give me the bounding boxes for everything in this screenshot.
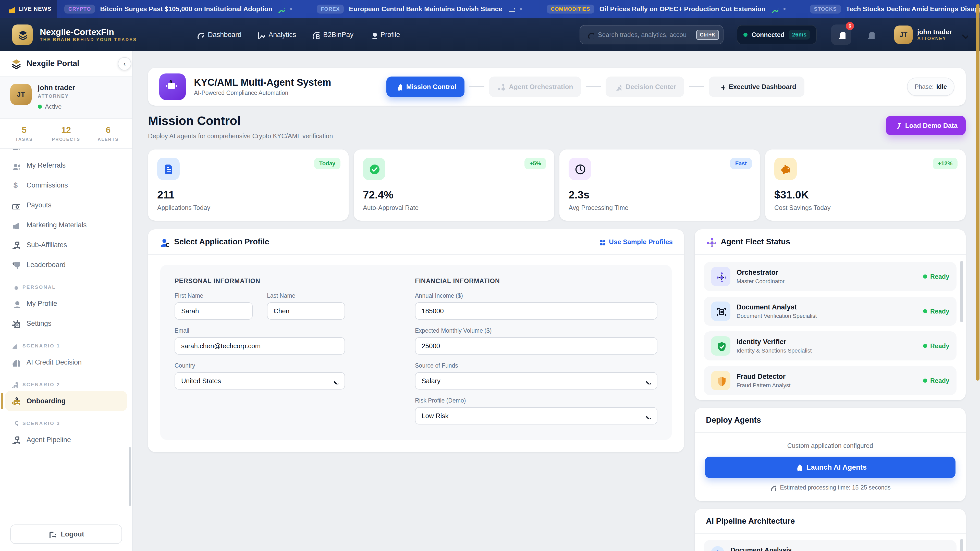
megaphone-icon	[7, 5, 15, 13]
sidebar-footer: Logout	[0, 518, 132, 551]
sidebar-item-sub-affiliates[interactable]: Sub-Affiliates	[0, 235, 132, 255]
person-icon	[369, 30, 377, 39]
sidebar-item-ai-credit-decision[interactable]: AI Credit Decision	[0, 352, 132, 372]
sidebar-item-commissions[interactable]: $ Commissions	[0, 175, 132, 195]
agent-row-document-analyst[interactable]: Document Analyst Document Verification S…	[704, 297, 956, 326]
country-select[interactable]: United States	[175, 372, 345, 389]
sidebar-item-label: Onboarding	[27, 397, 65, 405]
use-sample-profiles-link[interactable]: Use Sample Profiles	[598, 238, 673, 246]
global-search[interactable]: Ctrl+K	[579, 25, 724, 44]
sidebar-user-name: john trader	[38, 84, 75, 92]
nav-analytics[interactable]: Analytics	[257, 30, 296, 39]
nav-profile[interactable]: Profile	[369, 30, 400, 39]
tab-executive-dashboard[interactable]: Executive Dashboard	[709, 76, 804, 97]
risk-profile-select[interactable]: Low Risk	[415, 407, 657, 424]
sidebar-collapse-button[interactable]: ‹	[118, 57, 131, 70]
network-hub-icon	[716, 272, 726, 282]
tab-decision-center[interactable]: Decision Center	[606, 76, 684, 97]
source-of-funds-value: Salary	[422, 377, 644, 385]
user-menu[interactable]: JT john trader ATTORNEY	[894, 25, 968, 44]
load-demo-data-label: Load Demo Data	[905, 122, 958, 130]
stat-tasks: 5TASKS	[3, 125, 45, 142]
dollar-icon: $	[11, 181, 20, 189]
agent-list-scrollbar-thumb[interactable]	[960, 261, 963, 322]
agent-meta: Orchestrator Master Coordinator	[737, 268, 784, 285]
tab-label: Mission Control	[406, 83, 456, 91]
logout-button[interactable]: Logout	[10, 524, 122, 544]
tab-agent-orchestration[interactable]: Agent Orchestration	[489, 76, 581, 97]
annual-income-field[interactable]	[415, 302, 657, 320]
shield-half-icon	[716, 375, 726, 386]
sidebar-item-label: Leaderboard	[27, 261, 65, 269]
sidebar-item-leaderboard[interactable]: Leaderboard	[0, 255, 132, 275]
connection-label: Connected	[752, 31, 784, 38]
tab-mission-control[interactable]: Mission Control	[387, 76, 465, 97]
nav-label: Analytics	[269, 31, 296, 39]
financial-info-column: FINANCIAL INFORMATION Annual Income ($) …	[415, 277, 657, 424]
agent-row-orchestrator[interactable]: Orchestrator Master Coordinator Ready	[704, 262, 956, 291]
ticker-headline: Bitcoin Surges Past $105,000 on Institut…	[100, 5, 272, 13]
deploy-body: Custom application configured Launch AI …	[695, 433, 966, 501]
nav-dashboard[interactable]: Dashboard	[196, 30, 242, 39]
sidebar-item-payouts[interactable]: Payouts	[0, 195, 132, 215]
deploy-card-header: Deploy Agents	[695, 408, 966, 433]
sidebar-item-my-profile[interactable]: My Profile	[0, 294, 132, 313]
email-field[interactable]	[175, 337, 345, 354]
sidebar-item-my-referrals[interactable]: My Referrals	[0, 156, 132, 175]
last-name-field[interactable]	[267, 302, 345, 320]
page-scrollbar-thumb[interactable]	[976, 4, 980, 381]
ticker-item: FOREX European Central Bank Maintains Do…	[317, 5, 522, 14]
kpi-badge: +5%	[525, 158, 546, 169]
sidebar-scrollbar-thumb[interactable]	[129, 447, 131, 506]
kyc-app-title: KYC/AML Multi-Agent System	[194, 77, 331, 88]
kpi-icon-tile	[569, 158, 591, 180]
robot-icon	[11, 381, 18, 388]
status-text: Ready	[930, 342, 950, 350]
stat-value: 6	[87, 125, 129, 135]
agent-row-fraud-detector[interactable]: Fraud Detector Fraud Pattern Analyst Rea…	[704, 366, 956, 395]
layers-icon	[17, 29, 28, 40]
ticker-item: CRYPTO Bitcoin Surges Past $105,000 on I…	[64, 5, 292, 14]
load-demo-data-button[interactable]: Load Demo Data	[886, 116, 966, 135]
section-title: SCENARIO 3	[22, 421, 60, 426]
pipeline-step-document-analysis: 1 Document Analysis Tesseract OCR + CNN …	[704, 540, 956, 551]
brand-logo[interactable]	[12, 24, 33, 45]
kpi-icon-tile	[157, 158, 180, 180]
kpi-badge: Today	[314, 158, 340, 169]
profile-card-header: Select Application Profile Use Sample Pr…	[148, 229, 684, 255]
stat-label: PROJECTS	[45, 137, 87, 142]
connection-dot	[743, 33, 748, 37]
pipeline-scrollbar-thumb[interactable]	[960, 539, 963, 551]
agent-row-identity-verifier[interactable]: Identity Verifier Identity & Sanctions S…	[704, 331, 956, 360]
notification-count-badge: 6	[846, 22, 854, 30]
nav-b2binpay[interactable]: B2BinPay	[311, 30, 353, 39]
sidebar-stats: 5TASKS 12PROJECTS 6ALERTS	[0, 119, 132, 149]
risk-profile-value: Low Risk	[422, 412, 644, 420]
rocket-icon	[395, 83, 402, 91]
kpi-badge: +12%	[933, 158, 958, 169]
sidebar-item-agent-pipeline[interactable]: Agent Pipeline	[0, 430, 132, 450]
agent-role: Document Verification Specialist	[737, 313, 817, 319]
agent-meta: Document Analyst Document Verification S…	[737, 303, 817, 319]
source-of-funds-select[interactable]: Salary	[415, 372, 657, 389]
notifications-button[interactable]: 6	[831, 24, 851, 45]
sidebar-item-onboarding[interactable]: Onboarding	[5, 391, 127, 411]
gauge-icon	[196, 30, 204, 39]
launch-ai-agents-button[interactable]: Launch AI Agents	[705, 457, 956, 478]
monthly-volume-field[interactable]	[415, 337, 657, 354]
secondary-bell-button[interactable]	[862, 24, 879, 45]
search-input[interactable]	[598, 31, 692, 38]
agent-name: Document Analyst	[737, 303, 817, 311]
sidebar-item-clipped[interactable]	[0, 149, 132, 156]
sidebar-item-settings[interactable]: Settings	[0, 313, 132, 333]
sidebar-scroll-area: My Referrals $ Commissions Payouts Marke…	[0, 149, 132, 518]
agent-name: Fraud Detector	[737, 373, 791, 381]
sidebar-item-marketing-materials[interactable]: Marketing Materials	[0, 215, 132, 235]
page-scrollbar[interactable]	[976, 0, 980, 551]
sitemap-icon	[11, 241, 20, 249]
first-name-field[interactable]	[175, 302, 253, 320]
live-news-label: LIVE NEWS	[0, 0, 57, 18]
network-hub-icon	[706, 237, 716, 247]
sidebar-section-scenario-2: SCENARIO 2	[0, 372, 132, 391]
section-title: PERSONAL	[22, 284, 56, 290]
